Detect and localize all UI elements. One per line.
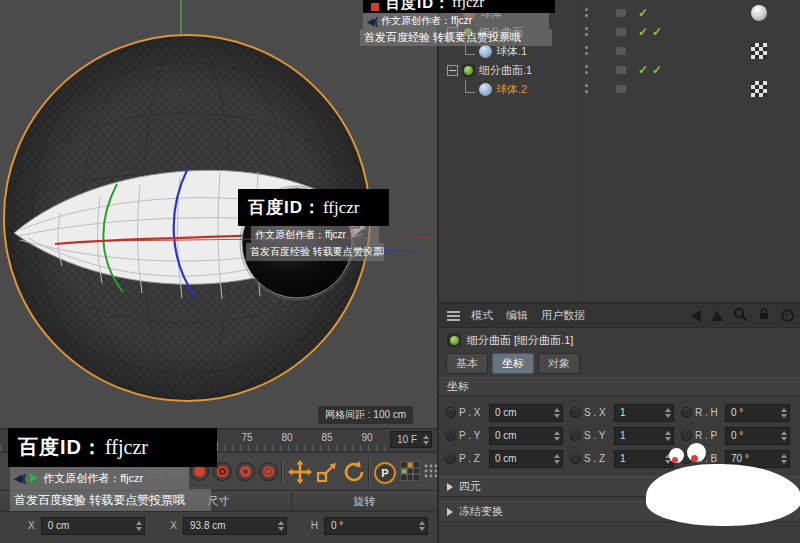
tick-label: 90 [355, 432, 379, 443]
white-blob-overlay [646, 464, 800, 526]
search-icon[interactable] [733, 307, 747, 325]
layer-icon[interactable] [615, 8, 627, 18]
object-row-subdiv1[interactable]: 细分曲面.1 ✓ ✓ [439, 61, 800, 80]
enabled-check-icon[interactable]: ✓ [638, 25, 648, 39]
rp-input[interactable]: 0 ° [725, 427, 790, 445]
history-back-icon[interactable] [691, 310, 701, 322]
axis-label: X [28, 520, 35, 531]
keyframe-circle[interactable] [681, 430, 692, 441]
tab-object[interactable]: 对象 [538, 353, 580, 374]
keyframe-position-toggle[interactable] [236, 462, 255, 481]
sy-input[interactable]: 1 [614, 427, 674, 445]
lock-icon[interactable] [757, 307, 771, 325]
visibility-dots[interactable] [585, 27, 588, 36]
keyframe-circle[interactable] [570, 407, 581, 418]
keyframe-circle[interactable] [570, 430, 581, 441]
keyframe-circle[interactable] [445, 453, 456, 464]
enabled-check-icon[interactable]: ✓ [638, 6, 648, 20]
enabled-check-icon[interactable]: ✓ [652, 63, 662, 77]
py-input[interactable]: 0 cm [489, 427, 563, 445]
watermark-footer-text: 首发百度经验 转载要点赞投票哦 [364, 30, 521, 45]
material-thumb-white[interactable] [751, 5, 767, 21]
coord-label: S . X [584, 407, 611, 418]
stepper[interactable] [665, 431, 671, 441]
position-x-input[interactable]: 0 cm [41, 517, 145, 535]
toolbar-separator [281, 459, 283, 485]
axis-label: H [311, 520, 318, 531]
visibility-dots[interactable] [585, 65, 588, 74]
parameter-record-button[interactable]: P [374, 462, 396, 484]
coordinates-section-header[interactable]: 坐标 [439, 377, 800, 396]
layer-icon[interactable] [615, 46, 627, 56]
stepper[interactable] [781, 408, 787, 418]
px-input[interactable]: 0 cm [489, 404, 563, 422]
layer-icon[interactable] [615, 27, 627, 37]
coord-label: S . Z [584, 453, 611, 464]
sx-input[interactable]: 1 [614, 404, 674, 422]
stepper[interactable] [423, 435, 429, 445]
menu-mode[interactable]: 模式 [471, 308, 493, 323]
stepper[interactable] [554, 454, 560, 464]
tab-coordinates[interactable]: 坐标 [492, 353, 534, 374]
watermark-id-value: ffjczr [105, 436, 148, 459]
material-thumb-checker[interactable] [751, 81, 767, 97]
stepper[interactable] [554, 408, 560, 418]
scale-tool[interactable] [315, 460, 339, 484]
visibility-dots[interactable] [585, 46, 588, 55]
coord-label: R . P [695, 430, 722, 441]
sphere-object-icon [479, 83, 492, 96]
expand-arrow-icon [447, 508, 453, 516]
figure-sticker-dot [672, 457, 678, 463]
object-row-sphere2-selected[interactable]: 球体.2 [439, 80, 800, 99]
attribute-menubar: 模式 编辑 用户数据 [439, 304, 800, 328]
layer-icon[interactable] [615, 65, 627, 75]
pz-input[interactable]: 0 cm [489, 450, 563, 468]
attribute-object-title: 细分曲面 [细分曲面.1] [467, 333, 573, 348]
menu-edit[interactable]: 编辑 [506, 308, 528, 323]
focus-target-icon[interactable] [781, 309, 794, 322]
stepper[interactable] [665, 408, 671, 418]
layer-icon[interactable] [615, 84, 627, 94]
stepper[interactable] [781, 454, 787, 464]
watermark-id-value: ffjczr [323, 198, 360, 218]
enabled-check-icon[interactable]: ✓ [652, 25, 662, 39]
keyframe-circle[interactable] [445, 430, 456, 441]
play-triangle-icon [30, 473, 38, 483]
stepper[interactable] [781, 431, 787, 441]
collapse-toggle[interactable] [447, 65, 458, 76]
material-thumb-checker[interactable] [751, 43, 767, 59]
stepper[interactable] [136, 521, 142, 531]
watermark-prefix: ◀( [14, 472, 26, 485]
keyframe-circle[interactable] [570, 453, 581, 464]
rotate-tool[interactable] [342, 460, 366, 484]
tick-label: 85 [315, 432, 339, 443]
move-tool[interactable] [288, 460, 312, 484]
tab-basic[interactable]: 基本 [446, 353, 488, 374]
size-x-input[interactable]: 93.8 cm [183, 517, 287, 535]
rotation-h-input[interactable]: 0 ° [324, 517, 428, 535]
keyframe-rotation-toggle[interactable] [259, 462, 278, 481]
tick-label: 75 [235, 432, 259, 443]
sz-input[interactable]: 1 [614, 450, 674, 468]
enabled-check-icon[interactable]: ✓ [638, 63, 648, 77]
visibility-dots[interactable] [585, 84, 588, 93]
keyframe-grid-panel-icon[interactable] [400, 461, 420, 481]
stepper[interactable] [554, 431, 560, 441]
object-name-selected[interactable]: 球体.2 [496, 82, 527, 97]
watermark-footer-line-middle: 首发百度经验 转载要点赞投票哦 [246, 243, 384, 261]
visibility-dots[interactable] [585, 8, 588, 17]
keyframe-circle[interactable] [445, 407, 456, 418]
history-forward-icon[interactable] [711, 311, 723, 321]
subdivision-surface-icon [462, 64, 475, 77]
object-title-row: 细分曲面 [细分曲面.1] [439, 328, 800, 352]
object-name[interactable]: 球体.1 [496, 44, 527, 59]
stepper[interactable] [278, 521, 284, 531]
frame-count-field[interactable]: 10 F [390, 431, 432, 448]
keyframe-circle[interactable] [681, 407, 692, 418]
object-name[interactable]: 细分曲面.1 [479, 63, 532, 78]
watermark-author-line-middle: 作文原创作者：ffjczr [251, 226, 379, 243]
panel-menu-icon[interactable] [447, 310, 460, 321]
rh-input[interactable]: 0 ° [725, 404, 790, 422]
stepper[interactable] [419, 521, 425, 531]
menu-user-data[interactable]: 用户数据 [541, 308, 585, 323]
